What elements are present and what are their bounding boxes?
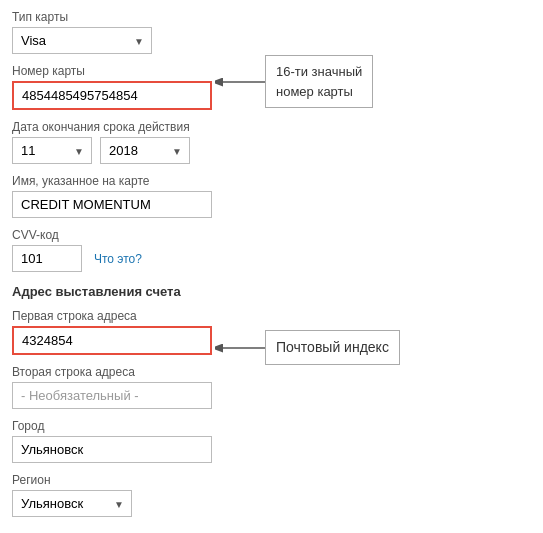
expiry-year-wrapper: 2018 2017 2019 ▼ bbox=[100, 137, 190, 164]
postal-arrow-svg bbox=[215, 333, 265, 363]
expiry-month-select[interactable]: 11 01 12 bbox=[12, 137, 92, 164]
region-select-wrapper: Ульяновск ▼ bbox=[12, 490, 132, 517]
cvv-input[interactable] bbox=[12, 245, 82, 272]
address1-input[interactable] bbox=[12, 326, 212, 355]
city-label: Город bbox=[12, 419, 531, 433]
card-number-annotation: 16-ти значный номер карты bbox=[215, 55, 373, 108]
city-input[interactable] bbox=[12, 436, 212, 463]
cardholder-group: Имя, указанное на карте bbox=[12, 174, 531, 218]
card-type-select[interactable]: Visa MasterCard AmEx bbox=[12, 27, 152, 54]
expiry-group: Дата окончания срока действия 11 01 12 ▼… bbox=[12, 120, 531, 164]
postal-annotation: Почтовый индекс bbox=[215, 330, 400, 365]
cvv-row: Что это? bbox=[12, 245, 531, 272]
billing-section: Адрес выставления счета bbox=[12, 284, 531, 299]
card-annotation-line1: 16-ти значный bbox=[276, 64, 362, 79]
cvv-group: CVV-код Что это? bbox=[12, 228, 531, 272]
postal-annotation-box: Почтовый индекс bbox=[265, 330, 400, 365]
region-label: Регион bbox=[12, 473, 531, 487]
region-group: Регион Ульяновск ▼ bbox=[12, 473, 531, 517]
card-arrow-svg bbox=[215, 67, 265, 97]
address1-label: Первая строка адреса bbox=[12, 309, 531, 323]
expiry-month-wrapper: 11 01 12 ▼ bbox=[12, 137, 92, 164]
cardholder-label: Имя, указанное на карте bbox=[12, 174, 531, 188]
card-annotation-line2: номер карты bbox=[276, 84, 353, 99]
expiry-year-select[interactable]: 2018 2017 2019 bbox=[100, 137, 190, 164]
address2-label: Вторая строка адреса bbox=[12, 365, 531, 379]
cvv-label: CVV-код bbox=[12, 228, 531, 242]
card-type-group: Тип карты Visa MasterCard AmEx ▼ bbox=[12, 10, 531, 54]
card-type-select-wrapper: Visa MasterCard AmEx ▼ bbox=[12, 27, 152, 54]
what-is-this-link[interactable]: Что это? bbox=[94, 252, 142, 266]
region-select[interactable]: Ульяновск bbox=[12, 490, 132, 517]
address2-group: Вторая строка адреса bbox=[12, 365, 531, 409]
postal-annotation-text: Почтовый индекс bbox=[276, 339, 389, 355]
card-annotation-box: 16-ти значный номер карты bbox=[265, 55, 373, 108]
cardholder-input[interactable] bbox=[12, 191, 212, 218]
expiry-row: 11 01 12 ▼ 2018 2017 2019 ▼ bbox=[12, 137, 531, 164]
address2-input[interactable] bbox=[12, 382, 212, 409]
card-type-label: Тип карты bbox=[12, 10, 531, 24]
city-group: Город bbox=[12, 419, 531, 463]
expiry-label: Дата окончания срока действия bbox=[12, 120, 531, 134]
billing-section-title: Адрес выставления счета bbox=[12, 284, 531, 299]
card-number-input[interactable] bbox=[12, 81, 212, 110]
